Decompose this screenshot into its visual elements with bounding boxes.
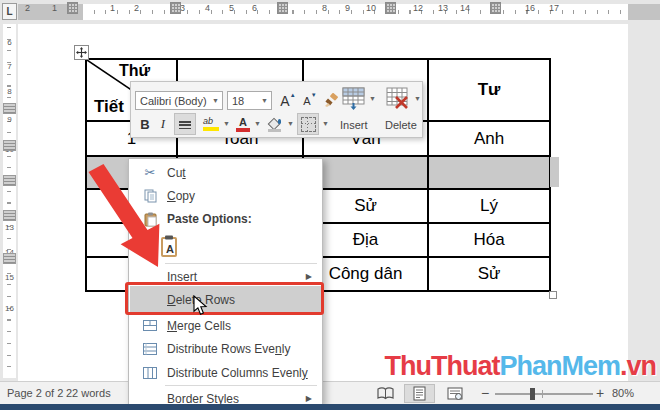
v-ruler-number: 16 — [3, 304, 16, 313]
table-cell[interactable]: Anh — [428, 121, 550, 156]
format-painter-button[interactable] — [322, 91, 340, 110]
zoom-slider-thumb[interactable] — [530, 388, 535, 400]
corner-label-day: Thứ — [119, 62, 150, 80]
table-column-marker[interactable] — [67, 2, 78, 14]
shrink-font-letter: A — [303, 95, 310, 107]
tab-selector[interactable]: L — [2, 3, 17, 20]
menu-separator — [165, 385, 317, 386]
v-ruler-number: 8 — [3, 87, 16, 96]
table-move-handle[interactable] — [74, 45, 89, 60]
submenu-arrow-icon: ▶ — [306, 272, 312, 281]
font-size-combo[interactable]: 18 ▼ — [227, 91, 272, 110]
chevron-down-icon[interactable]: ▼ — [322, 120, 329, 127]
window-bottom-edge — [0, 404, 660, 410]
h-ruler-number: 10 — [366, 3, 376, 13]
table-column-marker[interactable] — [385, 2, 396, 14]
bold-button[interactable]: B — [137, 115, 153, 133]
chevron-down-icon[interactable]: ▼ — [254, 120, 261, 127]
zoom-out-button[interactable]: − — [481, 385, 489, 401]
read-mode-button[interactable] — [374, 384, 396, 403]
chevron-down-icon[interactable]: ▼ — [212, 97, 222, 104]
table-header-wednesday[interactable]: Tư — [428, 59, 550, 121]
insert-table-icon — [342, 87, 365, 110]
chevron-down-icon[interactable]: ▼ — [223, 120, 230, 127]
page-count[interactable]: Page 2 of 2 — [7, 387, 63, 399]
table-cell[interactable]: Sử — [428, 257, 550, 291]
font-name-combo[interactable]: Calibri (Body) ▼ — [135, 91, 223, 110]
align-lines-icon — [179, 119, 191, 129]
menu-item-border-styles[interactable]: Border Styles ▶ — [130, 387, 321, 405]
highlight-icon: ab — [203, 117, 219, 131]
word-count[interactable]: 22 words — [66, 387, 111, 399]
table-row-marker[interactable] — [3, 175, 16, 186]
table-column-marker[interactable] — [490, 2, 501, 14]
chevron-down-icon[interactable]: ▼ — [369, 95, 376, 102]
v-ruler-number: 7 — [3, 62, 16, 71]
h-ruler-number: 2 — [25, 3, 30, 13]
row-selection-end-mark — [550, 157, 559, 187]
move-icon — [76, 47, 87, 58]
web-layout-button[interactable] — [443, 384, 467, 403]
grow-font-letter: A — [280, 93, 289, 109]
zoom-in-button[interactable]: + — [596, 385, 604, 401]
font-color-button[interactable]: A — [234, 115, 252, 133]
selected-row-cell[interactable] — [428, 156, 550, 189]
print-layout-button[interactable] — [404, 384, 435, 403]
table-row-marker[interactable] — [3, 103, 16, 114]
delete-label[interactable]: Delete — [385, 119, 417, 131]
shrink-font-button[interactable]: A ▼ — [300, 91, 320, 110]
menu-item-distribute-rows[interactable]: Distribute Rows Evenly — [130, 337, 321, 361]
table-row-marker[interactable] — [3, 140, 16, 151]
v-ruler-number: 13 — [3, 223, 16, 232]
zoom-slider-track[interactable] — [495, 393, 593, 395]
insert-rows-button[interactable] — [340, 85, 367, 112]
h-ruler-number: 16 — [525, 3, 535, 13]
menu-item-distribute-columns[interactable]: Distribute Columns Evenly — [130, 361, 321, 384]
h-ruler-number: 14 — [460, 3, 470, 13]
v-ruler-number: 9 — [3, 115, 16, 124]
chevron-down-icon[interactable]: ▼ — [261, 97, 271, 104]
corner-label-period: Tiết — [94, 97, 124, 117]
menu-separator — [165, 263, 317, 264]
h-ruler-right-margin — [628, 4, 660, 20]
v-ruler-number: 15 — [3, 273, 16, 282]
chevron-down-icon[interactable]: ▼ — [287, 120, 294, 127]
font-name-value: Calibri (Body) — [140, 95, 207, 107]
h-ruler-number: 1 — [110, 3, 115, 13]
table-column-marker[interactable] — [170, 2, 181, 14]
delete-table-icon — [386, 87, 409, 110]
shading-button[interactable] — [265, 115, 285, 133]
h-ruler-number: 13 — [438, 3, 448, 13]
word-window: L 2 1 1 2 3 4 5 6 8 9 10 12 13 14 16 17 … — [0, 0, 660, 410]
caret-down-icon: ▼ — [311, 92, 317, 98]
h-ruler-number: 6 — [252, 3, 257, 13]
chevron-down-icon[interactable]: ▼ — [414, 95, 421, 102]
insert-label[interactable]: Insert — [340, 119, 368, 131]
table-resize-handle[interactable] — [549, 291, 557, 299]
h-ruler-number: 4 — [205, 3, 210, 13]
highlight-annotation-box — [125, 282, 324, 315]
delete-table-button[interactable] — [384, 85, 411, 112]
h-ruler-number: 9 — [345, 3, 350, 13]
alignment-button[interactable] — [174, 113, 196, 135]
v-ruler-number: 6 — [3, 38, 16, 47]
table-column-marker[interactable] — [277, 2, 288, 14]
highlight-button[interactable]: ab — [201, 115, 221, 133]
h-ruler-number: 17 — [549, 3, 559, 13]
zoom-percentage[interactable]: 80% — [612, 387, 634, 399]
table-row-marker[interactable] — [3, 253, 16, 264]
table-row-marker[interactable] — [3, 210, 16, 221]
caret-up-icon: ▲ — [290, 92, 296, 98]
h-ruler-text-area — [83, 4, 628, 20]
table-cell[interactable]: Lý — [428, 189, 550, 223]
table-cell[interactable]: Hóa — [428, 223, 550, 257]
vertical-ruler: 6 7 8 9 10 11 13 14 15 16 — [3, 24, 16, 378]
grow-font-button[interactable]: A ▲ — [278, 91, 298, 110]
borders-button[interactable] — [297, 113, 319, 135]
h-ruler-ticks — [83, 10, 628, 14]
h-ruler-number: 8 — [322, 3, 327, 13]
italic-button[interactable]: I — [156, 115, 170, 133]
mouse-cursor — [193, 295, 208, 316]
menu-item-merge-cells[interactable]: Merge Cells — [130, 314, 321, 337]
submenu-arrow-icon: ▶ — [306, 394, 312, 403]
